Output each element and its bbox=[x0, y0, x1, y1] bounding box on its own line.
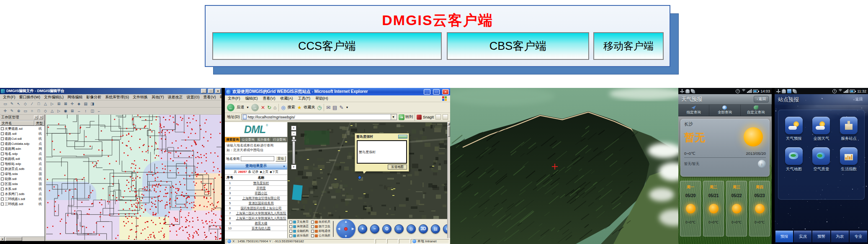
toolbar-icon[interactable]: □ bbox=[36, 101, 42, 107]
layer-checkbox[interactable] bbox=[1, 182, 4, 185]
layer-checkbox[interactable] bbox=[1, 193, 4, 195]
favorites-icon[interactable]: ★ bbox=[297, 105, 302, 110]
layer-checkbox[interactable] bbox=[1, 187, 4, 190]
toolbar-icon[interactable]: ∕ bbox=[29, 101, 35, 107]
menu-item[interactable]: 文件编辑(L) bbox=[44, 95, 64, 100]
query-tab[interactable]: 自定义查询 bbox=[741, 105, 772, 116]
toolbar-icon[interactable]: ✎ bbox=[9, 108, 15, 114]
result-row[interactable]: 1 蟹岛度假村 bbox=[225, 180, 287, 185]
toolbar-icon[interactable]: ← bbox=[96, 108, 102, 114]
edit-icon[interactable]: ✎ bbox=[339, 105, 343, 110]
legend-item[interactable]: 宾馆酒店 bbox=[289, 224, 309, 229]
layer-row[interactable]: 地名.sdp 点 bbox=[0, 151, 44, 156]
menu-item[interactable]: 系统库管理(S) bbox=[105, 95, 129, 100]
map-pan-control[interactable]: ▲ ▼ ◀ ▶ bbox=[336, 219, 355, 239]
next-page-link[interactable]: ◆下页 bbox=[270, 170, 278, 174]
menu-item[interactable]: 查看(V) bbox=[263, 96, 276, 101]
zoom-in-bottom-icon[interactable]: + bbox=[291, 164, 296, 170]
result-link[interactable]: 黄浦区国家税务局 bbox=[235, 200, 287, 205]
layer-row[interactable]: 区面.sda 面 bbox=[0, 181, 44, 186]
legend-item[interactable]: 金融机构 bbox=[289, 229, 309, 233]
toolbar-icon[interactable]: ✛ bbox=[2, 108, 8, 114]
layer-checkbox[interactable] bbox=[1, 167, 4, 170]
scroll-thumb[interactable] bbox=[5, 237, 22, 241]
back-dropdown-icon[interactable]: ▼ bbox=[246, 106, 249, 109]
map-tool-button[interactable]: 3D bbox=[419, 224, 428, 234]
menu-item[interactable]: 影像分析 bbox=[86, 95, 101, 100]
toolbar-overflow-icon[interactable]: ▼ bbox=[346, 106, 349, 109]
pin-icon[interactable]: ▪ bbox=[34, 116, 38, 119]
toolbar-icon[interactable]: ▭ bbox=[2, 101, 8, 107]
close-icon[interactable]: × bbox=[39, 116, 43, 119]
close-button[interactable]: × bbox=[215, 89, 221, 93]
scroll-left-icon[interactable]: ◂ bbox=[0, 237, 5, 241]
result-row[interactable]: 9 教育大楼 bbox=[225, 221, 287, 226]
collapse-icon[interactable]: ▼ bbox=[283, 165, 286, 168]
bottom-tab[interactable]: 预警 bbox=[812, 231, 830, 242]
result-row[interactable]: 5 黄浦区国家税务局 bbox=[225, 200, 287, 205]
current-weather-card[interactable]: 长沙 暂无 0~0℃ 2013/05/20 暂无/暂无 ↓ bbox=[680, 119, 770, 177]
toolbar-icon[interactable]: ⊞ bbox=[69, 108, 75, 114]
satellite-map-view[interactable]: + − + 蟹岛度假村 蟹岛度假村 发送地图 bbox=[288, 122, 447, 219]
toolbar-icon[interactable]: △ bbox=[49, 108, 55, 114]
layer-checkbox[interactable] bbox=[1, 177, 4, 180]
toolbar-icon[interactable]: ◈ bbox=[76, 101, 82, 107]
menu-item[interactable]: 收藏(A) bbox=[281, 96, 293, 101]
legend-checkbox[interactable] bbox=[289, 225, 292, 228]
toolbar-icon[interactable]: ⊕ bbox=[15, 108, 22, 114]
layer-checkbox[interactable] bbox=[1, 137, 4, 140]
terrain-3d-view[interactable] bbox=[450, 88, 678, 244]
toolbar-icon[interactable]: ○ bbox=[29, 108, 35, 114]
result-row[interactable]: 4 上海南洋物业管理有限公司 bbox=[225, 195, 287, 200]
layer-row[interactable]: 道路Cutdata.sdp 点 bbox=[0, 141, 44, 146]
map-tool-button[interactable]: ◎ bbox=[407, 224, 416, 234]
placename-input[interactable] bbox=[241, 156, 274, 161]
app-item-air-quality[interactable]: 空气质量 bbox=[808, 147, 835, 172]
toolbar-icon[interactable]: ✎ bbox=[9, 101, 15, 107]
cbs-client-box[interactable]: CBS客户端 bbox=[447, 32, 589, 60]
menu-item[interactable]: 窗口操作(W) bbox=[19, 95, 41, 100]
prev-page-link[interactable]: ◆上页 bbox=[260, 170, 268, 174]
back-button[interactable]: ‹ 返回 bbox=[754, 96, 769, 103]
layer-row[interactable]: 绿地.sda 面 bbox=[0, 171, 44, 176]
layer-row[interactable]: 次要道路.sd 线 bbox=[0, 126, 44, 131]
layer-checkbox[interactable] bbox=[1, 132, 4, 135]
map-tool-button[interactable]: ▭ bbox=[394, 224, 404, 234]
minimize-button[interactable]: _ bbox=[424, 89, 430, 95]
popup-minimize-button[interactable] bbox=[398, 135, 407, 139]
browser-titlebar[interactable]: 欢迎使用DMGIS的Grid WEBGIS示范站点 - Microsoft In… bbox=[225, 88, 450, 95]
layer-row[interactable]: 水系.sdl 线 bbox=[0, 186, 44, 191]
zoom-knob[interactable] bbox=[291, 139, 296, 141]
legend-checkbox[interactable] bbox=[311, 234, 314, 237]
menu-item[interactable]: 设置(O) bbox=[187, 95, 200, 100]
maximize-button[interactable]: □ bbox=[208, 89, 214, 93]
app-item-life-index[interactable]: 生活指数 bbox=[835, 147, 863, 172]
layer-row[interactable]: 道路.sdl 线 bbox=[0, 131, 44, 136]
back-button[interactable]: ← bbox=[227, 104, 234, 111]
print-icon[interactable]: ▤ bbox=[332, 105, 337, 110]
legend-checkbox[interactable] bbox=[311, 225, 314, 228]
snagit-window-icon[interactable] bbox=[435, 114, 441, 120]
layer-row[interactable]: 地铁站.sdp 点 bbox=[0, 161, 44, 166]
menu-item[interactable]: 编辑(E) bbox=[245, 96, 258, 101]
app-item-national-weather[interactable]: 全国天气 bbox=[808, 117, 835, 141]
address-dropdown-icon[interactable]: ▼ bbox=[391, 114, 396, 120]
toolbar-icon[interactable]: ▭ bbox=[22, 108, 28, 114]
layer-row[interactable]: 三环线路.sdl 线 bbox=[0, 201, 44, 206]
menu-item[interactable]: 帮助(H) bbox=[315, 96, 328, 101]
legend-item[interactable]: 医疗卫生 bbox=[311, 224, 330, 229]
bottom-tab[interactable]: 实况 bbox=[794, 231, 811, 242]
pan-center-icon[interactable] bbox=[344, 227, 348, 231]
layer-checkbox[interactable] bbox=[1, 147, 4, 150]
layer-row[interactable]: 三环线路1.sdl 线 bbox=[0, 196, 44, 201]
toolbar-icon[interactable]: ◉ bbox=[62, 108, 69, 114]
result-link[interactable]: 百灵鸟幼儿园 bbox=[235, 226, 287, 231]
query-tab[interactable]: 指定查询 bbox=[678, 105, 709, 116]
go-button[interactable]: ➔ 转到 bbox=[399, 114, 413, 120]
home-button[interactable]: ⌂ bbox=[273, 105, 276, 110]
address-input[interactable]: http://localhost/mgriswebgis/ ▼ bbox=[242, 114, 397, 120]
result-link[interactable]: 教育大楼 bbox=[235, 221, 287, 226]
sidebar-tab[interactable]: 搜索查询 bbox=[225, 137, 240, 142]
map-zoom-control[interactable]: + − + bbox=[291, 126, 297, 170]
pan-up-icon[interactable]: ▲ bbox=[344, 220, 348, 223]
